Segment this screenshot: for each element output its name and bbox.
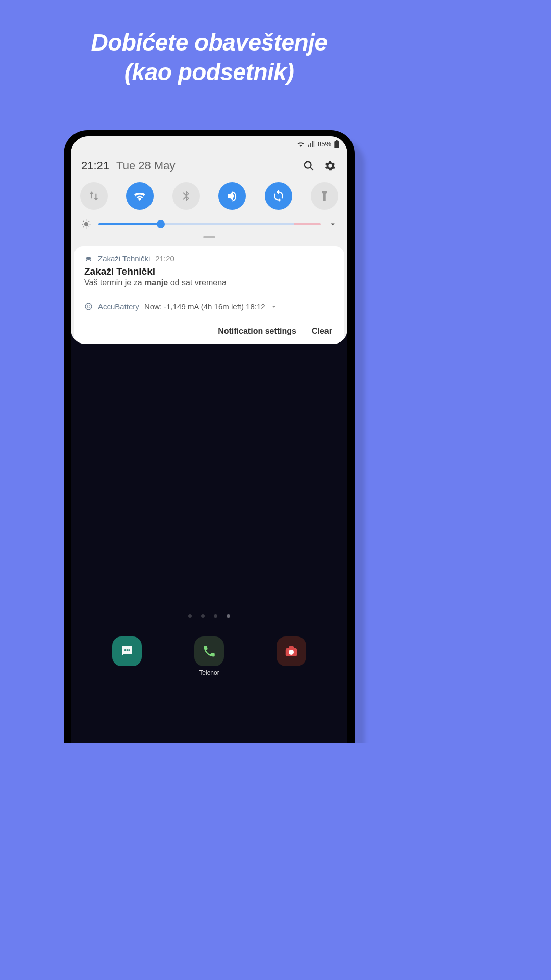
page-dot [214,614,217,618]
clock-date: Tue 28 May [116,159,294,173]
notification-actions-bar: Notification settings Clear [74,318,344,344]
shade-drag-handle[interactable] [71,233,347,243]
page-indicator [71,614,347,618]
battery-icon [334,140,339,148]
expand-quick-settings-button[interactable] [328,219,337,229]
brightness-slider[interactable] [98,223,321,225]
battery-status-icon: 85 [84,302,93,311]
svg-line-12 [83,227,84,227]
phone-frame: 85% 21:21 Tue 28 May [64,130,355,743]
search-button[interactable] [302,159,316,173]
page-dot [201,614,205,618]
signal-icon [308,141,315,147]
svg-line-13 [89,221,89,222]
chat-bubble-icon [112,636,142,666]
notification-settings-button[interactable]: Notification settings [218,327,296,336]
page-dot [227,614,230,618]
sound-tile[interactable] [218,182,246,210]
phone-handset-icon [194,636,224,666]
quick-settings-header: 21:21 Tue 28 May [71,152,347,177]
notification-app-name: AccuBattery [98,302,139,311]
svg-rect-1 [336,140,338,141]
camera-app[interactable] [277,636,306,676]
notification-item[interactable]: 85 AccuBattery Now: -1,149 mA (4h 16m le… [74,295,344,318]
phone-screen: 85% 21:21 Tue 28 May [71,136,347,743]
brightness-icon [81,219,91,229]
notification-shade[interactable]: 85% 21:21 Tue 28 May [71,136,347,344]
slider-thumb[interactable] [157,220,165,228]
svg-rect-21 [289,646,294,649]
quick-settings-tiles [71,177,347,212]
mobile-data-tile[interactable] [80,182,108,210]
phone-app[interactable]: Telenor [194,636,224,676]
svg-rect-2 [335,142,339,147]
promo-headline: Dobićete obaveštenje (kao podsetnik) [0,0,418,87]
flashlight-tile[interactable] [311,182,338,210]
svg-point-16 [124,649,126,651]
brightness-row [71,212,347,233]
svg-line-4 [310,167,313,170]
svg-line-11 [89,227,89,227]
wifi-icon [297,141,305,147]
settings-button[interactable] [323,159,337,173]
svg-point-18 [128,649,130,651]
svg-point-20 [289,650,294,655]
chevron-down-icon[interactable] [270,303,278,310]
notification-summary: Now: -1,149 mA (4h 16m left) 18:12 [144,302,265,311]
car-icon [84,254,93,263]
svg-text:85: 85 [87,305,91,308]
wifi-tile[interactable] [126,182,154,210]
bluetooth-tile[interactable] [172,182,200,210]
auto-rotate-tile[interactable] [265,182,292,210]
notifications-list: Zakaži Tehnički 21:20 Zakaži Tehnički Va… [74,246,344,318]
headline-line-1: Dobićete obaveštenje [20,28,398,58]
notification-item[interactable]: Zakaži Tehnički 21:20 Zakaži Tehnički Va… [74,246,344,295]
home-screen-background: Telenor [71,483,347,743]
notification-body: Vaš termin je za manje od sat vremena [84,278,334,287]
svg-point-5 [84,222,88,226]
page-dot [188,614,192,618]
clear-notifications-button[interactable]: Clear [312,327,332,336]
battery-percent: 85% [318,140,331,148]
notification-title: Zakaži Tehnički [84,266,334,277]
svg-line-10 [83,221,84,222]
status-bar: 85% [71,136,347,152]
clock-time: 21:21 [81,159,109,173]
notification-timestamp: 21:20 [155,254,174,263]
messages-app[interactable] [112,636,142,676]
camera-icon [277,636,306,666]
headline-line-2: (kao podsetnik) [20,58,398,87]
app-dock: Telenor [71,636,347,676]
svg-point-17 [127,649,128,651]
notification-app-name: Zakaži Tehnički [98,254,150,263]
app-label: Telenor [199,669,219,676]
